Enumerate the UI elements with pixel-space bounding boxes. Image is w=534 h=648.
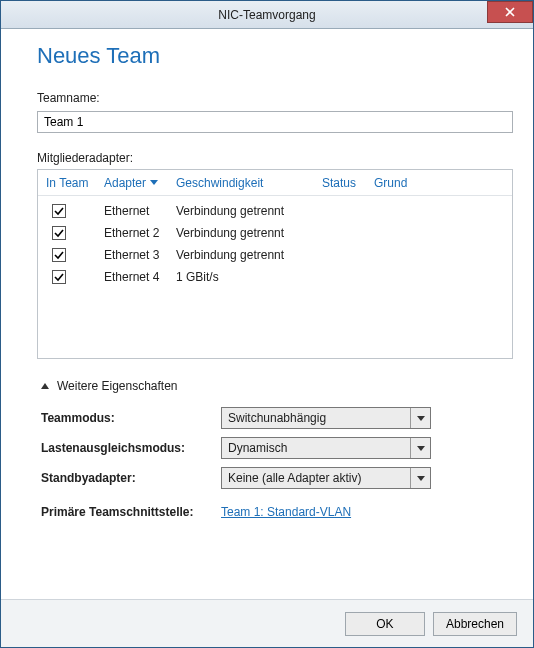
properties-expander[interactable]: Weitere Eigenschaften [41, 379, 503, 393]
loadbalance-label: Lastenausgleichsmodus: [41, 441, 221, 455]
window-title: NIC-Teamvorgang [218, 8, 315, 22]
cell-adapter: Ethernet 3 [104, 248, 176, 262]
teamname-label: Teamname: [37, 91, 503, 105]
table-row[interactable]: Ethernet 2 Verbindung getrennt [38, 222, 512, 244]
check-icon [54, 272, 64, 282]
row-checkbox[interactable] [52, 270, 66, 284]
prop-row-teammode: Teammodus: Switchunabhängig [41, 403, 511, 433]
dialog-footer: OK Abbrechen [1, 599, 533, 647]
cell-speed: Verbindung getrennt [176, 226, 322, 240]
expander-label: Weitere Eigenschaften [57, 379, 178, 393]
dialog-window: NIC-Teamvorgang Neues Team Teamname: Mit… [0, 0, 534, 648]
row-checkbox[interactable] [52, 204, 66, 218]
ok-button[interactable]: OK [345, 612, 425, 636]
dialog-body: Neues Team Teamname: Mitgliederadapter: … [1, 29, 533, 599]
standby-value: Keine (alle Adapter aktiv) [222, 471, 410, 485]
table-row[interactable]: Ethernet Verbindung getrennt [38, 200, 512, 222]
cancel-button[interactable]: Abbrechen [433, 612, 517, 636]
teammode-label: Teammodus: [41, 411, 221, 425]
properties-grid: Teammodus: Switchunabhängig Lastenausgle… [41, 403, 511, 531]
chevron-down-icon [417, 446, 425, 451]
col-header-speed[interactable]: Geschwindigkeit [176, 176, 322, 190]
col-header-status[interactable]: Status [322, 176, 374, 190]
page-title: Neues Team [37, 43, 503, 69]
standby-label: Standbyadapter: [41, 471, 221, 485]
chevron-down-icon [417, 476, 425, 481]
dropdown-button[interactable] [410, 408, 430, 428]
col-header-inteam[interactable]: In Team [46, 176, 104, 190]
prop-row-loadbalance: Lastenausgleichsmodus: Dynamisch [41, 433, 511, 463]
check-icon [54, 206, 64, 216]
check-icon [54, 250, 64, 260]
close-icon [505, 7, 515, 17]
chevron-up-icon [41, 383, 49, 389]
row-checkbox[interactable] [52, 226, 66, 240]
cell-speed: Verbindung getrennt [176, 204, 322, 218]
titlebar: NIC-Teamvorgang [1, 1, 533, 29]
dropdown-button[interactable] [410, 468, 430, 488]
check-icon [54, 228, 64, 238]
primaryif-link[interactable]: Team 1: Standard-VLAN [221, 505, 351, 519]
chevron-down-icon [417, 416, 425, 421]
cell-speed: 1 GBit/s [176, 270, 322, 284]
members-label: Mitgliederadapter: [37, 151, 503, 165]
members-table: In Team Adapter Geschwindigkeit Status G… [37, 169, 513, 359]
prop-row-standby: Standbyadapter: Keine (alle Adapter akti… [41, 463, 511, 493]
primaryif-label: Primäre Teamschnittstelle: [41, 505, 221, 519]
row-checkbox[interactable] [52, 248, 66, 262]
loadbalance-value: Dynamisch [222, 441, 410, 455]
sort-down-icon [150, 180, 158, 185]
table-row[interactable]: Ethernet 3 Verbindung getrennt [38, 244, 512, 266]
teammode-select[interactable]: Switchunabhängig [221, 407, 431, 429]
dropdown-button[interactable] [410, 438, 430, 458]
close-button[interactable] [487, 1, 533, 23]
col-header-reason[interactable]: Grund [374, 176, 504, 190]
table-row[interactable]: Ethernet 4 1 GBit/s [38, 266, 512, 288]
table-body: Ethernet Verbindung getrennt Ethernet 2 … [38, 196, 512, 292]
col-header-adapter[interactable]: Adapter [104, 176, 176, 190]
cell-adapter: Ethernet [104, 204, 176, 218]
cell-adapter: Ethernet 2 [104, 226, 176, 240]
cell-adapter: Ethernet 4 [104, 270, 176, 284]
teammode-value: Switchunabhängig [222, 411, 410, 425]
table-header: In Team Adapter Geschwindigkeit Status G… [38, 170, 512, 196]
teamname-input[interactable] [37, 111, 513, 133]
prop-row-primaryif: Primäre Teamschnittstelle: Team 1: Stand… [41, 493, 511, 531]
cell-speed: Verbindung getrennt [176, 248, 322, 262]
loadbalance-select[interactable]: Dynamisch [221, 437, 431, 459]
standby-select[interactable]: Keine (alle Adapter aktiv) [221, 467, 431, 489]
